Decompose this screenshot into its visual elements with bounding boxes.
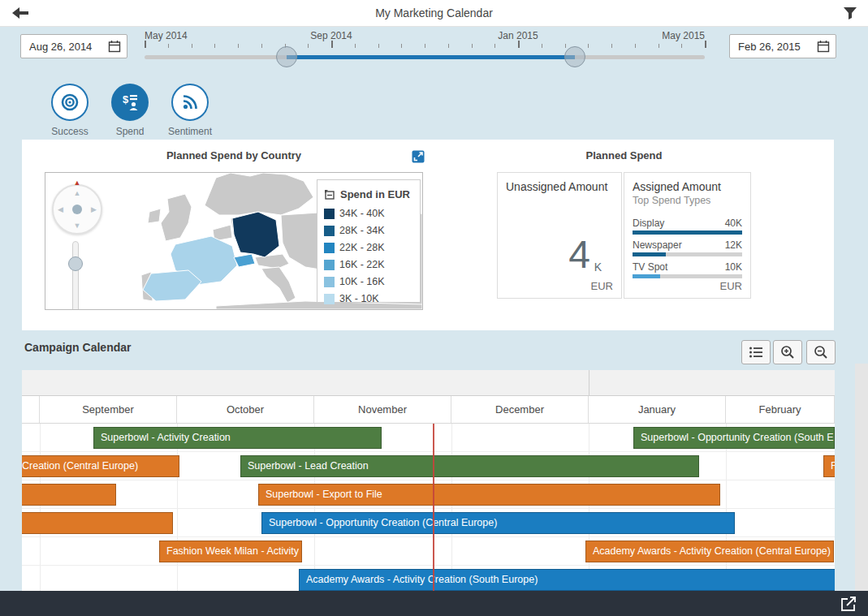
timeline-slider[interactable]: May 2014Sep 2014Jan 2015May 2015 xyxy=(0,28,868,67)
legend-swatch xyxy=(324,277,335,287)
gantt-bar[interactable]: F xyxy=(823,455,835,477)
spend-type-track xyxy=(633,230,742,235)
timeline-major-tick xyxy=(145,41,146,48)
legend-swatch xyxy=(324,243,335,253)
month-cell[interactable]: December xyxy=(451,396,589,423)
zoom-out-icon xyxy=(814,345,828,360)
legend-item[interactable]: 28K - 34K xyxy=(324,225,415,236)
timeline-minor-tick xyxy=(378,44,379,48)
map-compass-control[interactable]: ▲ ▲ ▼ ◀ ▶ xyxy=(52,184,102,235)
gantt-bar[interactable]: Superbowl - Export to File xyxy=(258,484,720,506)
timeline-minor-tick xyxy=(168,44,169,48)
filter-button[interactable] xyxy=(842,5,858,21)
gantt-row: Fashion Week Milan - ActivityAcademy Awa… xyxy=(22,537,835,566)
month-cell[interactable]: February xyxy=(726,396,835,423)
gantt-bar[interactable]: Creation (Central Europe) xyxy=(22,455,179,477)
currency-label: EUR xyxy=(720,280,742,292)
spend-type-bar-header: Newspaper12K xyxy=(633,239,742,251)
timeline-minor-tick xyxy=(448,44,449,48)
spend-type-value: 40K xyxy=(725,218,742,229)
gantt-bar[interactable] xyxy=(22,512,173,534)
gantt-bar[interactable]: Superbowl - Opportunity Creation (Centra… xyxy=(261,512,735,534)
legend-range-label: 3K - 10K xyxy=(339,293,379,304)
timeline-minor-tick xyxy=(238,44,239,48)
month-cell[interactable]: January xyxy=(589,396,726,423)
gantt-bar[interactable]: Fashion Week Milan - Activity xyxy=(159,541,302,562)
unassigned-amount-tile[interactable]: Unassigned Amount 4 K EUR xyxy=(497,172,622,299)
month-cell[interactable]: October xyxy=(177,396,314,423)
legend-item[interactable]: 22K - 28K xyxy=(324,242,415,253)
pan-right-icon[interactable]: ▶ xyxy=(91,205,97,213)
scrollbar-strip[interactable] xyxy=(855,364,868,591)
spend-type-bar: Newspaper12K xyxy=(633,239,742,256)
timeline-minor-tick xyxy=(214,44,215,48)
timeline-minor-tick xyxy=(425,44,425,48)
assigned-amount-tile[interactable]: Assigned Amount Top Spend Types Display4… xyxy=(624,172,751,299)
timeline-minor-tick xyxy=(611,44,612,48)
europe-map[interactable]: ▲ ▲ ▼ ◀ ▶ Spend in EUR 3 xyxy=(45,172,423,310)
gantt-bar[interactable]: Superbowl - Lead Creation xyxy=(240,455,699,477)
gantt-bar[interactable] xyxy=(22,484,116,506)
gantt-bar[interactable]: Superbowl - Opportunity Creation (South … xyxy=(633,427,835,449)
legend-item[interactable]: 10K - 16K xyxy=(324,276,415,287)
legend-list-button[interactable] xyxy=(741,340,771,364)
gantt-bar[interactable]: Academy Awards - Activity Creation (Sout… xyxy=(299,569,835,591)
zoom-out-button[interactable] xyxy=(806,340,836,364)
campaign-calendar-title: Campaign Calendar xyxy=(24,341,131,354)
slider-handle-end[interactable] xyxy=(564,46,585,67)
tile-sublabel: Top Spend Types xyxy=(633,195,750,206)
share-button[interactable] xyxy=(840,595,857,613)
timeline-label: May 2015 xyxy=(662,30,705,41)
legend-collapse-icon[interactable] xyxy=(324,189,335,200)
country-scandinavia[interactable] xyxy=(205,173,313,215)
country-germany[interactable] xyxy=(232,212,279,257)
legend-range-label: 10K - 16K xyxy=(339,276,385,287)
zoom-in-button[interactable] xyxy=(773,340,802,364)
list-icon xyxy=(749,346,763,359)
timeline-minor-tick xyxy=(542,44,542,48)
tab-success[interactable]: Success xyxy=(42,84,97,137)
timeline-minor-tick xyxy=(659,44,659,48)
spend-type-value: 10K xyxy=(725,261,742,273)
currency-label: EUR xyxy=(591,280,613,292)
legend-item[interactable]: 34K - 40K xyxy=(324,208,415,219)
gantt-row: Superbowl - Activity CreationSuperbowl -… xyxy=(22,424,835,452)
timeline-minor-tick xyxy=(308,44,309,48)
timeline-label: Sep 2014 xyxy=(310,30,352,41)
tab-sentiment[interactable]: Sentiment xyxy=(162,84,218,137)
legend-range-label: 16K - 22K xyxy=(339,259,385,270)
timeline-major-tick xyxy=(331,41,333,48)
slider-handle-start[interactable] xyxy=(276,46,297,67)
planned-spend-title: Planned Spend xyxy=(497,149,751,162)
timeline-minor-tick xyxy=(588,44,589,48)
timeline-minor-tick xyxy=(261,44,262,48)
pan-left-icon[interactable]: ◀ xyxy=(58,205,63,213)
tab-spend[interactable]: $ Spend xyxy=(102,84,158,144)
month-cell[interactable]: November xyxy=(314,396,451,423)
compass-center[interactable] xyxy=(72,205,82,214)
unassigned-unit: K xyxy=(594,261,602,274)
gantt-row: Academy Awards - Activity Creation (Sout… xyxy=(22,566,835,591)
pan-down-icon[interactable]: ▼ xyxy=(74,222,81,230)
gantt-bar[interactable]: Superbowl - Activity Creation xyxy=(93,427,382,449)
slider-selected-range[interactable] xyxy=(287,55,575,59)
timeline-label: May 2014 xyxy=(145,30,188,41)
unassigned-value: 4 xyxy=(568,232,590,277)
legend-range-label: 34K - 40K xyxy=(339,208,385,219)
map-zoom-slider[interactable] xyxy=(72,241,79,310)
gantt-bar[interactable]: Academy Awards - Activity Creation (Cent… xyxy=(585,541,834,562)
legend-item[interactable]: 3K - 10K xyxy=(324,293,415,304)
compass-north-icon: ▲ xyxy=(74,179,81,187)
legend-swatch xyxy=(324,260,335,270)
legend-item[interactable]: 16K - 22K xyxy=(324,259,415,270)
expand-button[interactable] xyxy=(412,150,425,163)
month-cell[interactable]: September xyxy=(40,396,177,423)
sentiment-rss-icon xyxy=(180,93,200,112)
map-zoom-knob[interactable] xyxy=(68,256,83,271)
spend-dollar-icon: $ xyxy=(119,92,140,113)
month-cell[interactable] xyxy=(22,396,40,423)
legend-swatch xyxy=(324,209,335,219)
pan-up-icon[interactable]: ▲ xyxy=(74,189,81,197)
expand-icon xyxy=(412,150,425,163)
spend-type-track xyxy=(633,274,742,278)
